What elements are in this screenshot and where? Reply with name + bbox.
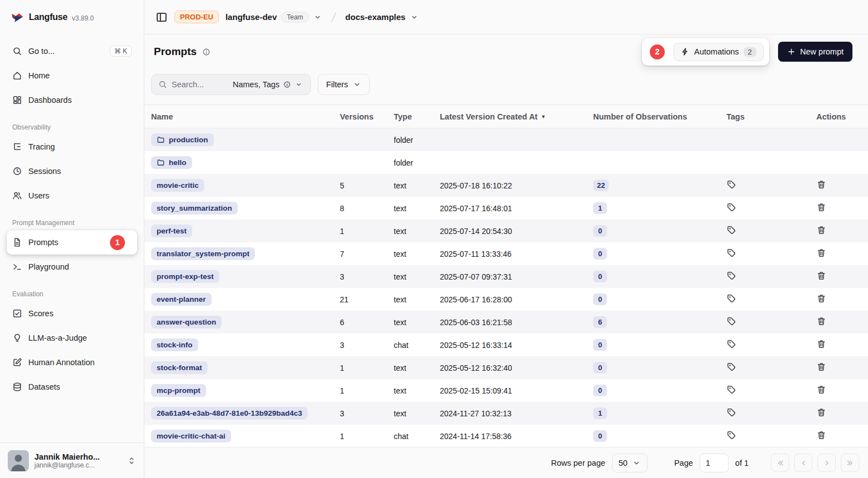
delete-prompt-button[interactable] [816, 202, 826, 212]
prompt-name-link[interactable]: event-planner [151, 293, 212, 306]
table-row[interactable]: stock-info 3 chat 2025-05-12 16:33:14 0 [144, 333, 868, 356]
delete-prompt-button[interactable] [816, 248, 826, 258]
table-row[interactable]: 26a61a94-e3ab-48d7-81e0-13b929bad4c3 3 t… [144, 402, 868, 425]
zap-icon [681, 47, 690, 56]
table-row[interactable]: movie-critic-chat-ai 1 chat 2024-11-14 1… [144, 425, 868, 447]
tag-icon[interactable] [726, 180, 736, 190]
delete-prompt-button[interactable] [816, 293, 826, 303]
prompt-name-link[interactable]: answer-question [151, 316, 222, 328]
table-row[interactable]: hello folder [144, 151, 868, 174]
prompt-name-link[interactable]: 26a61a94-e3ab-48d7-81e0-13b929bad4c3 [151, 407, 308, 420]
first-page-button[interactable] [771, 454, 789, 472]
sidebar-item-datasets[interactable]: Datasets [7, 375, 137, 399]
delete-prompt-button[interactable] [816, 430, 826, 440]
prompt-name-link[interactable]: hello [151, 156, 192, 169]
table-row[interactable]: stock-format 1 text 2025-05-12 16:32:40 … [144, 356, 868, 379]
table-row[interactable]: mcp-prompt 1 text 2025-02-15 15:09:41 0 [144, 379, 868, 402]
sidebar-item-users[interactable]: Users [7, 183, 137, 208]
tag-icon[interactable] [726, 316, 736, 326]
page-label: Page [674, 459, 693, 467]
prompt-name-link[interactable]: production [151, 133, 214, 146]
prompt-name-link[interactable]: perf-test [151, 225, 192, 237]
next-page-button[interactable] [817, 454, 836, 472]
tag-icon[interactable] [726, 271, 736, 281]
delete-prompt-button[interactable] [816, 385, 826, 395]
search-scope-dropdown[interactable]: Names, Tags [227, 76, 308, 93]
tag-icon[interactable] [726, 225, 736, 235]
prompt-name-link[interactable]: movie-critic [151, 179, 204, 192]
table-row[interactable]: perf-test 1 text 2025-07-14 20:54:30 0 [144, 220, 868, 242]
prompt-name-link[interactable]: translator_system-prompt [151, 247, 255, 260]
table-row[interactable]: movie-critic 5 text 2025-07-18 16:10:22 … [144, 174, 868, 197]
chevron-left-icon [799, 459, 808, 467]
filters-button[interactable]: Filters [318, 74, 369, 95]
delete-prompt-button[interactable] [816, 407, 826, 417]
sidebar-item-dashboards[interactable]: Dashboards [7, 88, 137, 112]
new-prompt-button[interactable]: New prompt [778, 42, 852, 62]
table-row[interactable]: translator_system-prompt 7 text 2025-07-… [144, 242, 868, 265]
created-at-cell: 2025-07-18 16:10:22 [433, 181, 586, 190]
delete-prompt-button[interactable] [816, 180, 826, 190]
sidebar-item-sessions[interactable]: Sessions [7, 159, 137, 183]
type-cell: text [387, 272, 433, 281]
table-row[interactable]: event-planner 21 text 2025-06-17 16:28:0… [144, 288, 868, 311]
prompt-name-link[interactable]: story_summarization [151, 202, 238, 215]
column-header-name[interactable]: Name [144, 112, 333, 121]
type-cell: text [387, 250, 433, 258]
table-row[interactable]: prompt-exp-test 3 text 2025-07-07 09:37:… [144, 265, 868, 288]
search-bar[interactable]: Names, Tags [151, 74, 311, 95]
sidebar-toggle-button[interactable] [155, 11, 168, 23]
delete-prompt-button[interactable] [816, 271, 826, 281]
delete-prompt-button[interactable] [816, 225, 826, 235]
keyboard-shortcut-badge: ⌘ K [110, 46, 132, 57]
sidebar: Langfuse v3.89.0 Go to... ⌘ K Home Dashb… [0, 0, 144, 478]
organization-switcher[interactable]: langfuse-dev Team [225, 12, 322, 23]
sidebar-item-scores[interactable]: Scores [7, 301, 137, 326]
created-at-cell: 2025-07-17 16:48:01 [433, 204, 586, 213]
tag-icon[interactable] [726, 407, 736, 417]
table-row[interactable]: production folder [144, 128, 868, 151]
table-row[interactable]: answer-question 6 text 2025-06-03 16:21:… [144, 311, 868, 333]
sidebar-item-prompts[interactable]: Prompts 1 [7, 230, 137, 255]
tag-icon[interactable] [726, 248, 736, 258]
tag-icon[interactable] [726, 293, 736, 303]
tag-icon[interactable] [726, 362, 736, 372]
prompt-name-link[interactable]: stock-info [151, 338, 198, 351]
type-cell: text [387, 318, 433, 327]
prompt-name-link[interactable]: movie-critic-chat-ai [151, 430, 231, 442]
sidebar-item-playground[interactable]: Playground [7, 255, 137, 279]
info-icon[interactable] [202, 48, 210, 56]
prev-page-button[interactable] [794, 454, 812, 472]
tag-icon[interactable] [726, 339, 736, 349]
delete-prompt-button[interactable] [816, 339, 826, 349]
versions-cell: 8 [333, 204, 387, 213]
tag-icon[interactable] [726, 430, 736, 440]
environment-badge[interactable]: PROD-EU [174, 11, 219, 23]
go-to-search[interactable]: Go to... ⌘ K [7, 39, 137, 63]
tag-icon[interactable] [726, 385, 736, 395]
tag-icon[interactable] [726, 202, 736, 212]
user-menu[interactable]: Jannik Maierho... jannik@langfuse.c... [0, 442, 144, 478]
delete-prompt-button[interactable] [816, 316, 826, 326]
column-header-versions[interactable]: Versions [333, 112, 387, 121]
last-page-button[interactable] [841, 454, 859, 472]
sidebar-item-tracing[interactable]: Tracing [7, 135, 137, 159]
nav-section-header: Evaluation [7, 279, 137, 301]
prompt-name-link[interactable]: mcp-prompt [151, 384, 206, 397]
prompt-name-link[interactable]: stock-format [151, 361, 208, 374]
column-header-created-at[interactable]: Latest Version Created At ▼ [433, 112, 586, 121]
column-header-type[interactable]: Type [387, 112, 433, 121]
table-row[interactable]: story_summarization 8 text 2025-07-17 16… [144, 197, 868, 220]
column-header-observations[interactable]: Number of Observations [586, 112, 720, 121]
delete-prompt-button[interactable] [816, 362, 826, 372]
page-number-input[interactable] [700, 454, 729, 472]
prompt-name-link[interactable]: prompt-exp-test [151, 270, 219, 283]
folder-icon [157, 158, 165, 167]
automations-button[interactable]: Automations 2 [674, 43, 764, 61]
project-switcher[interactable]: docs-examples [345, 12, 419, 22]
rows-per-page-select[interactable]: 50 [612, 454, 648, 472]
sidebar-item-home[interactable]: Home [7, 63, 137, 88]
sidebar-item-llm-as-a-judge[interactable]: LLM-as-a-Judge [7, 326, 137, 350]
sidebar-item-human-annotation[interactable]: Human Annotation [7, 350, 137, 375]
search-input[interactable] [172, 80, 227, 89]
